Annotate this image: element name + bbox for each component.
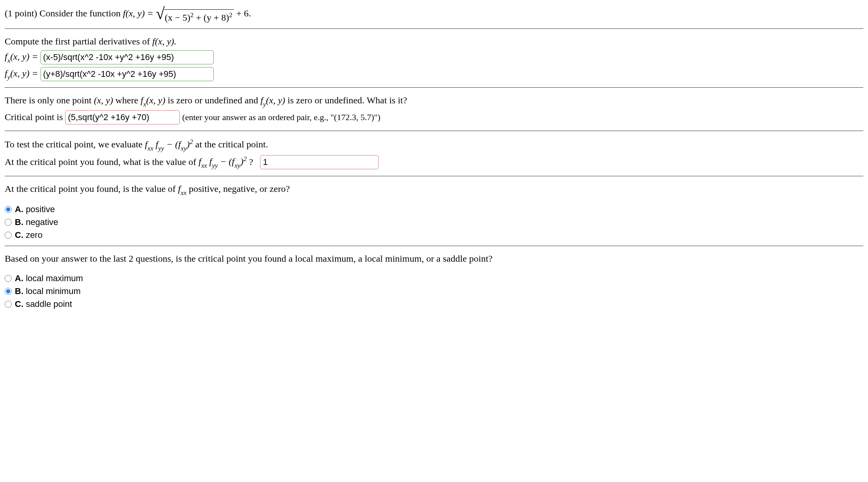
fy-input[interactable] xyxy=(41,67,214,81)
points-label: (1 point) xyxy=(5,8,37,18)
fxx-sign-options: A. positive B. negative C. zero xyxy=(5,204,863,241)
critical-point-section: There is only one point (x, y) where fx(… xyxy=(5,88,863,131)
fxx-radio-b[interactable] xyxy=(5,219,12,226)
class-radio-b[interactable] xyxy=(5,288,12,295)
partial-derivatives-section: Compute the first partial derivatives of… xyxy=(5,29,863,88)
fxx-option-a[interactable]: A. positive xyxy=(5,204,863,216)
function-lhs: f(x, y) = xyxy=(123,8,156,18)
fxy-label: f(x, y). xyxy=(152,35,177,48)
fxx-option-b[interactable]: B. negative xyxy=(5,216,863,229)
class-option-c[interactable]: C. saddle point xyxy=(5,298,863,310)
fy-label: fy(x, y) = xyxy=(5,67,38,81)
class-radio-a[interactable] xyxy=(5,275,12,282)
classification-section: Based on your answer to the last 2 quest… xyxy=(5,246,863,310)
classification-options: A. local maximum B. local minimum C. sad… xyxy=(5,273,863,310)
fxx-radio-c[interactable] xyxy=(5,232,12,239)
fx-input[interactable] xyxy=(41,50,214,64)
sqrt-expression: √ (x − 5)2 + (y + 8)2 xyxy=(156,9,234,25)
class-option-b[interactable]: B. local minimum xyxy=(5,285,863,298)
critical-hint: (enter your answer as an ordered pair, e… xyxy=(182,112,380,124)
fx-label: fx(x, y) = xyxy=(5,50,38,64)
class-option-a[interactable]: A. local maximum xyxy=(5,273,863,285)
critical-label: Critical point is xyxy=(5,111,63,124)
partials-prompt: Compute the first partial derivatives of xyxy=(5,35,150,48)
critical-point-input[interactable] xyxy=(65,110,180,124)
radicand: (x − 5)2 + (y + 8)2 xyxy=(164,9,234,25)
fxx-sign-section: At the critical point you found, is the … xyxy=(5,176,863,246)
discriminant-section: To test the critical point, we evaluate … xyxy=(5,131,863,176)
prompt-text: Consider the function xyxy=(39,8,120,18)
class-radio-c[interactable] xyxy=(5,301,12,308)
tail-text: + 6. xyxy=(234,8,251,18)
discriminant-input[interactable] xyxy=(260,155,379,169)
fxx-radio-a[interactable] xyxy=(5,206,12,213)
fxx-option-c[interactable]: C. zero xyxy=(5,229,863,241)
classification-prompt: Based on your answer to the last 2 quest… xyxy=(5,253,492,264)
radical-symbol: √ xyxy=(156,8,165,19)
question-header: (1 point) Consider the function f(x, y) … xyxy=(5,3,863,29)
